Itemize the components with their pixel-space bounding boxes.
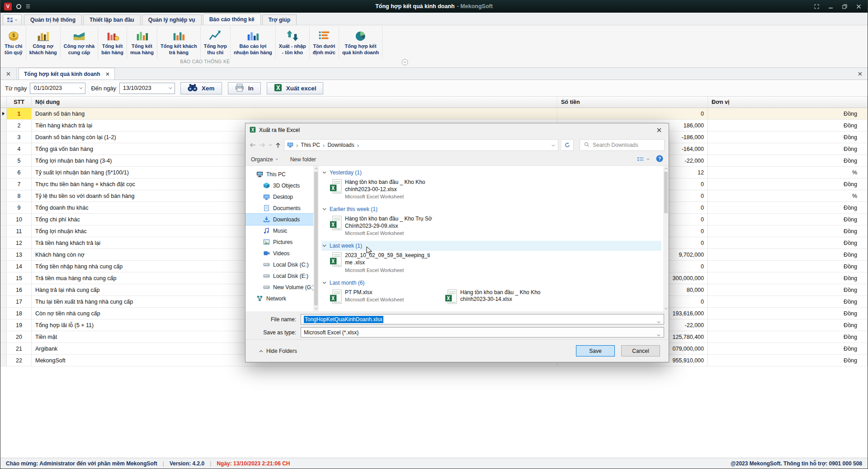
sidebar-item-network[interactable]: Network	[245, 293, 313, 304]
sidebar-item-doc[interactable]: Documents	[245, 202, 313, 214]
ribbon-button-business-result[interactable]: Tổng hợp kếtquả kinh doanh	[339, 26, 382, 59]
new-folder-button[interactable]: New folder	[290, 156, 316, 163]
app-menu-button[interactable]	[3, 14, 22, 25]
ribbon-button-label: Tổng hợp	[204, 43, 227, 50]
fullscreen-button[interactable]	[814, 4, 819, 9]
ribbon-button-inventory-flow[interactable]: Xuất - nhập- tồn kho	[276, 26, 310, 59]
chevron-down-icon	[322, 171, 326, 174]
app-logo-icon[interactable]: V	[4, 3, 12, 10]
file-entry[interactable]: 2023_10_02_09_59_58_keeping_time .xlsxMi…	[321, 251, 457, 274]
ribbon-button-stock-threshold[interactable]: Tồn dướiđịnh mức	[310, 26, 339, 59]
sidebar-item-label: Downloads	[273, 216, 300, 223]
print-button-label: In	[248, 85, 254, 92]
breadcrumb-this-pc[interactable]: This PC	[301, 142, 320, 148]
purchase-summary-icon	[135, 28, 149, 43]
save-type-select[interactable]: Microsoft Excel (*.xlsx)	[301, 327, 664, 338]
sidebar-scrollbar[interactable]	[313, 166, 319, 311]
to-date-picker[interactable]: 13/10/2023	[119, 83, 175, 94]
ribbon-button-returns-summary[interactable]: Tổng kết kháchtrả hàng	[157, 26, 201, 59]
dialog-close-button[interactable]	[650, 123, 669, 137]
sidebar-item-disk[interactable]: Local Disk (E:)	[245, 270, 313, 281]
menu-tab-4[interactable]: Báo cáo thống kê	[203, 14, 261, 25]
table-row[interactable]: 1Doanh số bán hàng0Đồng	[0, 108, 868, 120]
from-date-picker[interactable]: 01/10/2023	[30, 83, 85, 94]
from-date-value: 01/10/2023	[33, 85, 62, 91]
ribbon-button-label: - tồn kho	[282, 50, 303, 56]
sales-summary-icon	[106, 28, 119, 43]
menu-tab-3[interactable]: Quản lý nghiệp vụ	[142, 14, 202, 25]
menu-tab-5[interactable]: Trợ giúp	[262, 14, 297, 25]
sidebar-item-picture[interactable]: Pictures	[245, 236, 313, 248]
help-icon[interactable]: ?	[656, 155, 663, 164]
close-tab-button-right[interactable]	[852, 68, 868, 80]
print-button[interactable]: In	[228, 82, 261, 94]
minimize-button[interactable]	[828, 4, 833, 9]
ribbon-button-cash-fund[interactable]: $Thu chitồn quỹ	[1, 26, 26, 59]
cancel-button[interactable]: Cancel	[621, 345, 660, 356]
file-group-header[interactable]: Yesterday (1)	[321, 168, 661, 178]
ribbon-button-income-expense[interactable]: Tổng hợpthu chi	[201, 26, 231, 59]
chevron-down-icon[interactable]	[657, 332, 660, 338]
file-name: 2023_10_02_09_59_58_keeping_time .xlsx	[345, 252, 433, 266]
address-dropdown-icon[interactable]	[552, 142, 555, 148]
file-entry[interactable]: PT PM.xlsxMicrosoft Excel Worksheet	[321, 288, 437, 305]
search-input[interactable]: Search Downloads	[580, 139, 665, 151]
breadcrumb-downloads[interactable]: Downloads	[327, 142, 354, 148]
status-bar: Chào mừng: Administrator đến với phần mề…	[0, 458, 868, 469]
back-button[interactable]	[250, 142, 256, 148]
chevron-down-icon[interactable]	[77, 87, 85, 89]
sidebar-item-label: Music	[273, 228, 287, 234]
sidebar-item-cube[interactable]: 3D Objects	[245, 180, 313, 191]
file-entry[interactable]: Hàng tồn kho ban đầu _ Kho Kho chính2023…	[437, 288, 552, 305]
ribbon-button-sales-summary[interactable]: Tổng kếtbán hàng	[98, 26, 127, 59]
up-button[interactable]	[275, 142, 281, 148]
view-mode-button[interactable]	[637, 156, 650, 163]
file-name-input[interactable]: TongHopKetQuaKinhDoanh.xlsx	[301, 314, 664, 324]
chevron-down-icon[interactable]	[166, 87, 175, 89]
sidebar-item-download[interactable]: Downloads	[245, 214, 313, 225]
sidebar-item-disk[interactable]: New Volume (G:)	[245, 281, 313, 293]
view-button[interactable]: Xem	[180, 82, 222, 94]
quick-access-menu-icon[interactable]: ☰	[26, 4, 30, 9]
ribbon-button-profit-report[interactable]: Báo cáo lợinhuận bán hàng	[231, 26, 276, 59]
scroll-up-icon[interactable]	[663, 166, 669, 171]
hide-folders-button[interactable]: Hide Folders	[259, 348, 297, 354]
record-icon[interactable]	[16, 4, 21, 9]
ribbon-button-customer-debt[interactable]: Công nợkhách hàng	[26, 26, 61, 59]
tab-tong-hop-ket-qua-kinh-doanh[interactable]: Tổng hợp kết quả kinh doanh	[19, 68, 115, 80]
refresh-button[interactable]	[561, 139, 574, 151]
close-all-tabs-button[interactable]	[0, 68, 17, 80]
restore-button[interactable]	[842, 4, 847, 9]
file-entry[interactable]: Hàng tồn kho ban đầu _ Kho Trụ Sở Chính2…	[321, 214, 457, 237]
chevron-down-icon[interactable]	[657, 319, 660, 325]
scroll-up-icon[interactable]	[313, 166, 319, 171]
scroll-down-icon[interactable]	[313, 306, 319, 311]
menu-tab-1[interactable]: Quản trị hệ thống	[24, 14, 82, 25]
save-button[interactable]: Save	[576, 345, 615, 356]
file-name: Hàng tồn kho ban đầu _ Kho Kho chính2023…	[345, 179, 433, 193]
svg-text:?: ?	[658, 156, 661, 161]
sidebar-item-video[interactable]: Videos	[245, 248, 313, 259]
file-group-header[interactable]: Earlier this week (1)	[321, 204, 661, 214]
recent-locations-icon[interactable]	[269, 144, 272, 146]
sidebar-item-desktop[interactable]: Desktop	[245, 191, 313, 202]
window-title: Tổng hợp kết quả kinh doanh- MekongSoft	[0, 3, 868, 9]
sidebar-item-music[interactable]: Music	[245, 225, 313, 236]
close-tab-icon[interactable]	[106, 71, 109, 77]
close-button[interactable]	[856, 4, 861, 9]
ribbon-collapse-icon[interactable]	[401, 59, 408, 66]
breadcrumb[interactable]: › This PC › Downloads ›	[284, 139, 558, 151]
export-excel-button[interactable]: Xuất excel	[267, 82, 324, 94]
file-group-header[interactable]: Last month (6)	[321, 278, 661, 288]
file-entry[interactable]: Hàng tồn kho ban đầu _ Kho Kho chính2023…	[321, 178, 457, 201]
ribbon-button-purchase-summary[interactable]: Tổng kếtmua hàng	[127, 26, 157, 59]
sidebar-item-pc[interactable]: This PC	[245, 169, 313, 180]
organize-button[interactable]: Organize	[251, 156, 278, 163]
files-scrollbar[interactable]	[663, 166, 669, 311]
menu-tab-2[interactable]: Thiết lập ban đầu	[83, 14, 141, 25]
file-group-label: Earlier this week (1)	[330, 206, 377, 212]
sidebar-item-disk[interactable]: Local Disk (C:)	[245, 259, 313, 270]
ribbon-button-supplier-debt[interactable]: Công nợ nhàcung cấp	[61, 26, 98, 59]
forward-button[interactable]	[259, 142, 265, 148]
scroll-down-icon[interactable]	[663, 306, 669, 311]
